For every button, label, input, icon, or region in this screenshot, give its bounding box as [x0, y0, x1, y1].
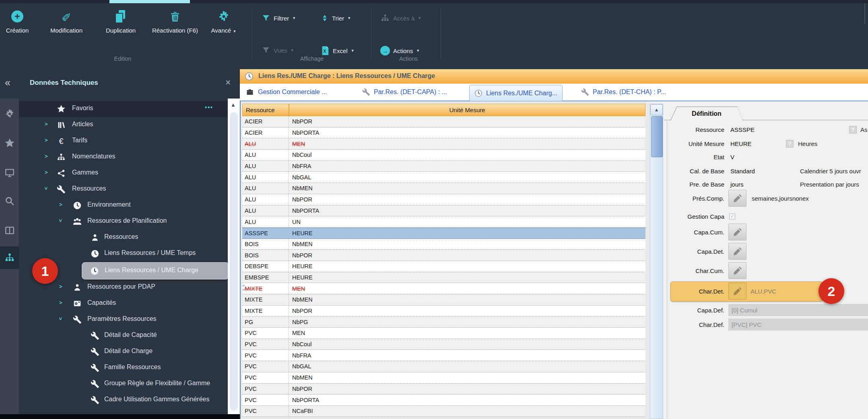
cell-ressource[interactable]: MIXTE — [242, 294, 289, 305]
table-row[interactable]: ALUNbPORTA — [242, 205, 645, 217]
cell-unite-mesure[interactable]: NbFRA — [289, 352, 311, 359]
table-row[interactable]: PGNbPG — [242, 316, 645, 328]
table-row[interactable]: ACIERNbPORTA — [242, 127, 645, 139]
field-value[interactable]: ALU,PVC — [750, 288, 776, 295]
table-row[interactable]: MIXTENbPOR — [242, 306, 645, 317]
table-row[interactable]: PVCNbMEN — [242, 372, 645, 384]
avance-button[interactable]: Avancé ▼ — [202, 9, 245, 35]
cell-ressource[interactable]: PVC — [242, 350, 289, 361]
hierarchy-icon[interactable] — [0, 246, 19, 269]
sidebar-item[interactable]: >Articles — [19, 117, 228, 133]
table-row[interactable]: PVCNbFRA — [242, 350, 645, 361]
table-row[interactable]: ALUNbMEN — [242, 183, 645, 194]
table-scrollbar[interactable]: ▲ — [650, 104, 663, 419]
cell-ressource[interactable]: ALU — [242, 172, 289, 183]
cell-ressource[interactable]: EMBSPE — [242, 272, 289, 283]
selected-item-highlight[interactable]: Liens Ressources / UME Charge — [82, 262, 229, 279]
cell-ressource[interactable]: DEBSPE — [242, 261, 289, 272]
sidebar-item[interactable]: >Capacités — [19, 296, 228, 312]
cell-ressource[interactable]: PVC — [242, 372, 289, 383]
cell-ressource[interactable]: BOIS — [242, 250, 289, 261]
table-row[interactable]: ALUNbPOR — [242, 194, 645, 205]
scroll-up-icon[interactable]: ▲ — [650, 104, 663, 115]
chevron-collapsed-icon[interactable]: > — [45, 153, 48, 159]
cell-unite-mesure[interactable]: NbPOR — [289, 118, 312, 125]
checkbox-checked[interactable]: ✓ — [729, 214, 735, 220]
cell-ressource[interactable]: PVC — [242, 339, 289, 350]
cell-unite-mesure[interactable]: NbCoul — [289, 341, 311, 347]
cell-unite-mesure[interactable]: NbPOR — [289, 196, 312, 203]
cell-unite-mesure[interactable]: HEURE — [289, 263, 313, 269]
cell-unite-mesure[interactable]: UN — [289, 219, 301, 225]
sidebar-item[interactable]: >Ressources de Planification — [19, 214, 228, 230]
cell-unite-mesure[interactable]: NbCoul — [289, 152, 311, 158]
sidebar-scrollbar-track[interactable] — [230, 112, 238, 411]
column-header-ressource[interactable]: Ressource — [242, 104, 289, 116]
tab-liens-res-ume-charge[interactable]: Liens Res./UME Charg... — [469, 85, 563, 101]
tab-gestion-commerciale[interactable]: Gestion Commerciale ... — [241, 84, 332, 101]
cell-unite-mesure[interactable]: NbPG — [289, 319, 308, 325]
actions-button[interactable]: → Actions ▼ — [380, 46, 420, 55]
cell-unite-mesure[interactable]: NbGAL — [289, 363, 311, 370]
cell-ressource[interactable]: MIXTE — [242, 306, 289, 316]
hand-edit-icon[interactable] — [728, 262, 746, 279]
table-row[interactable]: PVCNbPOR — [242, 384, 645, 395]
chevron-collapsed-icon[interactable]: > — [59, 283, 62, 290]
cell-unite-mesure[interactable]: NbPOR — [289, 308, 312, 314]
chevron-collapsed-icon[interactable]: > — [45, 121, 48, 127]
table-row[interactable]: ALUNbFRA — [242, 161, 645, 172]
cell-unite-mesure[interactable]: NbPOR — [289, 386, 312, 392]
table-row[interactable]: DEBSPEHEURE — [242, 261, 645, 272]
cell-ressource[interactable]: ALU — [242, 205, 289, 216]
cell-unite-mesure[interactable]: NbMEN — [289, 185, 313, 191]
field-value[interactable]: jours — [730, 181, 744, 188]
cell-ressource[interactable]: ACIER — [242, 127, 289, 138]
cell-ressource[interactable]: PVC — [242, 384, 289, 394]
chevron-collapsed-icon[interactable]: > — [59, 300, 62, 306]
sidebar-item[interactable]: >Nomenclatures — [19, 149, 228, 165]
hand-edit-icon[interactable] — [728, 190, 746, 207]
hand-edit-icon[interactable] — [728, 243, 746, 260]
cell-unite-mesure[interactable]: NbPORTA — [289, 207, 319, 214]
cell-unite-mesure[interactable]: NbMEN — [289, 374, 313, 381]
chevron-expanded-icon[interactable]: > — [58, 219, 64, 222]
close-icon[interactable]: × — [225, 77, 231, 88]
cell-unite-mesure[interactable]: NCaFBI — [289, 408, 313, 414]
cell-ressource[interactable]: ALU — [242, 138, 289, 149]
cell-ressource[interactable]: ALU — [242, 183, 289, 194]
table-row[interactable]: PVCNCaFBI — [242, 406, 645, 417]
table-row[interactable]: ALUNbCoul — [242, 150, 645, 161]
table-row[interactable]: PVCMEN — [242, 328, 645, 339]
collapse-sidebar-icon[interactable]: « — [5, 77, 10, 88]
cell-ressource[interactable]: PG — [242, 316, 289, 327]
star-icon[interactable] — [0, 135, 19, 151]
columns-icon[interactable] — [0, 222, 19, 238]
monitor-icon[interactable] — [0, 165, 19, 181]
tab-definition[interactable]: Définition — [670, 107, 743, 120]
cell-ressource[interactable]: ALU — [242, 161, 289, 172]
chevron-collapsed-icon[interactable]: > — [45, 137, 48, 143]
hand-edit-icon[interactable] — [728, 224, 746, 240]
table-row[interactable]: PVCNbPORTA — [242, 394, 645, 406]
tab-par-res-det-capa[interactable]: Par.Res. (DET-CAPA) : ... — [357, 84, 452, 101]
cell-ressource[interactable]: ASSSPE — [242, 228, 289, 238]
table-row[interactable]: BOISNbMEN — [242, 239, 645, 250]
sidebar-item[interactable]: Cadre Utilisation Gammes Générées — [19, 392, 228, 408]
field-value[interactable]: Standard — [730, 168, 755, 175]
reactivation-button[interactable]: Réactivation (F6) — [150, 9, 200, 35]
table-row[interactable]: ALUUN — [242, 216, 645, 228]
cell-unite-mesure[interactable]: MEN — [289, 285, 305, 292]
cell-ressource[interactable]: MIXTE — [242, 283, 289, 294]
tab-par-res-det-cha[interactable]: Par.Res. (DET-CHA) : P... — [576, 84, 671, 101]
sidebar-item[interactable]: >€Tarifs — [19, 133, 228, 149]
chevron-collapsed-icon[interactable]: > — [59, 201, 62, 207]
help-icon[interactable]: ? — [786, 140, 794, 148]
cell-unite-mesure[interactable]: HEURE — [289, 230, 313, 236]
duplication-button[interactable]: Duplication — [98, 9, 144, 35]
cell-unite-mesure[interactable]: NbMEN — [289, 296, 313, 303]
column-header-unite-mesure[interactable]: Unité Mesure — [289, 104, 645, 116]
field-value[interactable]: ASSSPE — [730, 126, 755, 133]
chevron-collapsed-icon[interactable]: > — [45, 169, 48, 175]
cell-ressource[interactable]: ALU — [242, 194, 289, 205]
sidebar-item[interactable]: >Gammes — [19, 165, 228, 181]
